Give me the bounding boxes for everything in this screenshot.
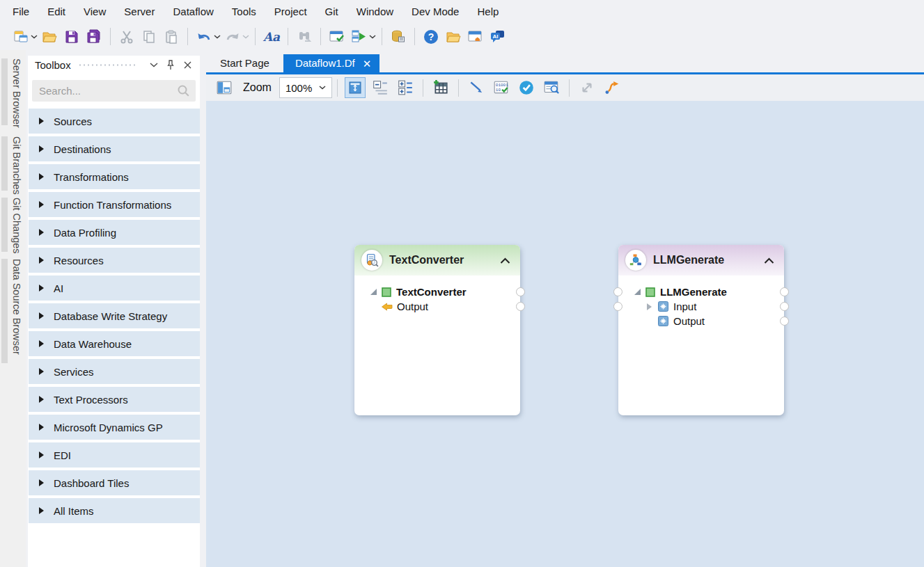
menu-file[interactable]: File <box>3 0 38 23</box>
paste-icon[interactable] <box>162 27 180 47</box>
redo-icon[interactable] <box>224 27 242 47</box>
menu-dev-mode[interactable]: Dev Mode <box>402 0 468 23</box>
resize-icon[interactable] <box>577 77 597 98</box>
save-all-icon[interactable] <box>85 27 103 47</box>
run-icon[interactable] <box>350 27 368 47</box>
expander-expanded-icon[interactable] <box>370 289 377 295</box>
fit-height-icon[interactable] <box>345 77 366 98</box>
expander-expanded-icon[interactable] <box>634 289 641 295</box>
new-document-icon[interactable] <box>12 27 30 47</box>
undo-icon[interactable] <box>195 27 213 47</box>
menu-edit[interactable]: Edit <box>38 0 75 23</box>
menu-project[interactable]: Project <box>265 0 316 23</box>
output-port[interactable] <box>516 302 525 311</box>
toolbox-category-sources[interactable]: Sources <box>29 109 200 134</box>
menu-git[interactable]: Git <box>316 0 347 23</box>
find-in-files-icon[interactable] <box>295 27 313 47</box>
toolbox-category-data-profiling[interactable]: Data Profiling <box>29 220 200 245</box>
job-database-icon[interactable] <box>389 27 407 47</box>
node-llmgenerate[interactable]: LLMGenerate LLMGenerate Input <box>618 245 784 415</box>
input-port[interactable] <box>613 302 622 311</box>
start-page-icon[interactable] <box>467 27 485 47</box>
zoom-level-select[interactable]: 100% <box>279 77 332 98</box>
search-input[interactable] <box>32 80 196 102</box>
collapse-all-nodes-icon[interactable] <box>370 77 391 98</box>
collapse-chevron-icon[interactable] <box>500 254 510 266</box>
toolbar-separator <box>255 28 256 45</box>
add-table-icon[interactable] <box>430 77 451 98</box>
node-title: LLMGenerate <box>653 254 764 266</box>
output-port[interactable] <box>516 287 525 296</box>
open-folder-icon[interactable] <box>40 27 58 47</box>
sidebar-tab-label: Git Changes <box>11 198 22 254</box>
toolbox-category-ai[interactable]: AI <box>29 275 200 301</box>
font-format-icon[interactable]: Aa <box>263 27 281 47</box>
copy-icon[interactable] <box>140 27 158 47</box>
tab-chip <box>1 136 8 191</box>
output-port[interactable] <box>780 302 789 311</box>
toolbox-drag-grip[interactable] <box>78 63 137 67</box>
pin-icon[interactable] <box>164 58 178 72</box>
toolbox-category-edi[interactable]: EDI <box>29 442 200 468</box>
tree-row-output[interactable]: Output <box>618 314 784 328</box>
new-dropdown-chevron-icon[interactable] <box>31 35 38 39</box>
verify-dataflow-icon[interactable] <box>516 77 537 98</box>
preview-output-icon[interactable] <box>541 77 562 98</box>
node-header-textconverter[interactable]: TextConverter <box>354 245 520 275</box>
node-textconverter[interactable]: TextConverter TextConverter Output <box>354 245 520 415</box>
redo-dropdown-chevron-icon[interactable] <box>242 35 249 39</box>
blue-node-icon <box>658 316 668 326</box>
menu-tools[interactable]: Tools <box>223 0 265 23</box>
expand-all-nodes-icon[interactable] <box>395 77 416 98</box>
chevron-down-icon[interactable] <box>147 58 161 72</box>
tree-row-input[interactable]: Input <box>618 299 784 314</box>
output-port[interactable] <box>780 317 789 326</box>
menu-dataflow[interactable]: Dataflow <box>164 0 222 23</box>
draw-link-icon[interactable] <box>466 77 487 98</box>
open-project-icon[interactable] <box>444 27 462 47</box>
toolbox-category-resources[interactable]: Resources <box>29 248 200 273</box>
toolbox-category-data-warehouse[interactable]: Data Warehouse <box>29 331 200 356</box>
toolbox-category-destinations[interactable]: Destinations <box>29 136 200 161</box>
toolbox-category-all-items[interactable]: All Items <box>29 498 200 523</box>
toolbox-category-transformations[interactable]: Transformations <box>29 164 200 189</box>
toolbox-category-database-write-strategy[interactable]: Database Write Strategy <box>29 303 200 328</box>
tab-dataflow1[interactable]: Dataflow1.Df ✕ <box>283 54 379 72</box>
close-icon[interactable] <box>180 58 194 72</box>
toolbox-category-dashboard-tiles[interactable]: Dashboard Tiles <box>29 470 200 495</box>
tree-row-root[interactable]: TextConverter <box>354 285 520 299</box>
preview-panel-icon[interactable] <box>214 77 235 98</box>
run-dropdown-chevron-icon[interactable] <box>369 35 376 39</box>
save-icon[interactable] <box>63 27 81 47</box>
cut-icon[interactable] <box>118 27 136 47</box>
tab-start-page[interactable]: Start Page <box>206 54 283 72</box>
toolbox-category-text-processors[interactable]: Text Processors <box>29 387 200 412</box>
toolbox-category-function-transformations[interactable]: Function Transformations <box>29 192 200 217</box>
sidebar-tab-server-browser[interactable]: Server Browser <box>1 58 25 125</box>
menu-window[interactable]: Window <box>347 0 402 23</box>
menu-server[interactable]: Server <box>115 0 164 23</box>
output-port[interactable] <box>780 287 789 296</box>
data-preview-icon[interactable]: 0100110 <box>491 77 512 98</box>
collapse-chevron-icon[interactable] <box>764 254 774 266</box>
node-header-llmgenerate[interactable]: LLMGenerate <box>618 245 784 275</box>
toolbox-category-services[interactable]: Services <box>29 359 200 384</box>
undo-dropdown-chevron-icon[interactable] <box>214 35 221 39</box>
close-tab-icon[interactable]: ✕ <box>363 58 372 69</box>
dataflow-canvas[interactable]: TextConverter TextConverter Output <box>206 101 924 567</box>
sidebar-tab-git-branches[interactable]: Git Branches <box>1 136 25 191</box>
tree-row-root[interactable]: LLMGenerate <box>618 285 784 299</box>
expand-triangle-icon <box>39 201 44 208</box>
help-icon[interactable]: ? <box>422 27 440 47</box>
sidebar-tab-git-changes[interactable]: Git Changes <box>1 198 25 252</box>
ai-assistant-icon[interactable]: AI <box>489 27 507 47</box>
expander-collapsed-icon[interactable] <box>647 303 652 310</box>
validate-window-icon[interactable] <box>328 27 346 47</box>
toolbox-category-microsoft-dynamics-gp[interactable]: Microsoft Dynamics GP <box>29 415 200 440</box>
sidebar-tab-data-source-browser[interactable]: Data Source Browser <box>1 259 25 363</box>
menu-view[interactable]: View <box>75 0 115 23</box>
reroute-links-icon[interactable] <box>602 77 622 98</box>
tree-row-output[interactable]: Output <box>354 299 520 314</box>
menu-help[interactable]: Help <box>468 0 508 23</box>
input-port[interactable] <box>613 287 622 296</box>
